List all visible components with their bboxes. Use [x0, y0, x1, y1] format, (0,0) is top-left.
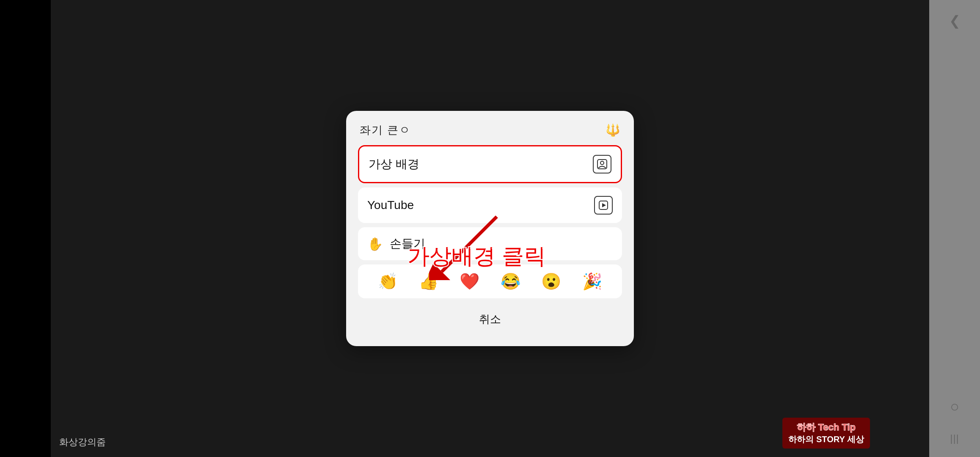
youtube-label: YouTube [367, 198, 414, 212]
emoji-thumbsup[interactable]: 👍 [418, 272, 438, 291]
modal-header-icon: 🔱 [606, 123, 620, 137]
emoji-row: 👏 👍 ❤️ 😂 😮 🎉 [358, 264, 622, 298]
modal-header: 좌기 큰ㅇ 🔱 [358, 123, 622, 145]
watermark-line1: 하하 Tech Tip [788, 421, 864, 434]
emoji-clap[interactable]: 👏 [378, 272, 398, 291]
home-circle-icon[interactable]: ○ [950, 398, 959, 416]
virtual-background-item[interactable]: 가상 배경 [358, 145, 622, 183]
cancel-button[interactable]: 취소 [358, 304, 622, 334]
bars-icon: ||| [950, 432, 959, 444]
main-video-area: 화상강의줌 하하 Tech Tip 하하의 STORY 세상 가상배경 클릭 [51, 0, 929, 457]
emoji-heart[interactable]: ❤️ [460, 272, 479, 291]
modal-wrapper: 가상배경 클릭 좌기 큰ㅇ 🔱 가상 배경 [346, 111, 634, 346]
emoji-celebrate[interactable]: 🎉 [582, 272, 602, 291]
youtube-item[interactable]: YouTube [358, 187, 622, 223]
sidebar-nav: ❮ [949, 13, 961, 29]
raise-hand-item[interactable]: ✋ 손들기 [358, 227, 622, 260]
sidebar-bottom-nav: ○ ||| [950, 398, 959, 444]
watermark: 하하 Tech Tip 하하의 STORY 세상 [782, 418, 870, 449]
raise-hand-emoji: ✋ [367, 237, 383, 251]
bottom-label: 화상강의줌 [59, 436, 106, 449]
right-sidebar: ❮ ○ ||| [929, 0, 980, 457]
watermark-line2: 하하의 STORY 세상 [788, 434, 864, 445]
virtual-background-icon [593, 155, 611, 173]
back-arrow-icon[interactable]: ❮ [949, 13, 961, 29]
emoji-wow[interactable]: 😮 [541, 272, 561, 291]
svg-point-3 [600, 161, 604, 165]
svg-marker-5 [602, 203, 606, 207]
virtual-background-label: 가상 배경 [369, 156, 419, 172]
youtube-play-icon [594, 196, 613, 215]
emoji-laugh[interactable]: 😂 [501, 272, 520, 291]
modal-card: 좌기 큰ㅇ 🔱 가상 배경 YouTube [346, 111, 634, 346]
raise-hand-label: 손들기 [390, 236, 425, 252]
modal-header-title: 좌기 큰ㅇ [360, 123, 411, 138]
